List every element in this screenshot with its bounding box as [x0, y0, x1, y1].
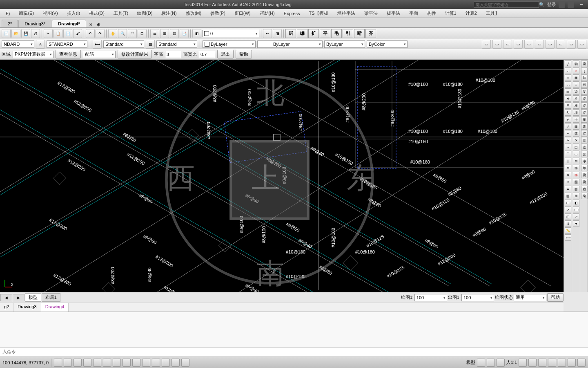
menu-view[interactable]: 视图(V) — [39, 9, 62, 17]
layer-combo[interactable]: 0 — [202, 30, 259, 37]
dtab-d3[interactable]: Drawing3 — [13, 303, 41, 312]
doc-tab-2[interactable]: 2* — [2, 20, 18, 27]
ts2-tool13-icon[interactable]: 连 — [581, 144, 588, 150]
ts-tool11-icon[interactable]: 改 — [573, 130, 579, 137]
textstyle2-combo[interactable]: STANDARD — [47, 40, 87, 48]
menu-edit[interactable]: 编辑(E) — [15, 9, 38, 17]
ts2-tool7-icon[interactable]: 梁 — [581, 102, 588, 109]
ts-tool10-icon[interactable]: ▦ — [573, 123, 579, 130]
tool-move-icon[interactable]: ✥ — [565, 95, 571, 102]
new-icon[interactable]: 📄 — [2, 29, 11, 38]
table-icon[interactable]: ▦ — [146, 40, 155, 49]
ts2-tool11-icon[interactable]: 梁 — [581, 130, 588, 137]
tool-copy-icon[interactable]: ⧉ — [565, 102, 571, 109]
dimstyle-combo[interactable]: Standard — [103, 40, 144, 48]
dtab-g2[interactable]: g2 — [0, 303, 13, 312]
cn-edit[interactable]: 编 — [297, 29, 307, 38]
undo-icon[interactable]: ↶ — [86, 29, 95, 38]
ts2-tool19-icon[interactable]: 虚 — [581, 186, 588, 192]
am-icon[interactable] — [181, 359, 189, 367]
ts2-tool3-icon[interactable]: 轴 — [581, 74, 588, 81]
layer-prev-icon[interactable]: ↩ — [263, 29, 272, 38]
help-icon[interactable] — [568, 1, 574, 8]
cn-break[interactable]: 断 — [354, 29, 365, 38]
dimstyle-icon[interactable]: ⟷ — [93, 40, 102, 49]
doc-tab-drawing4[interactable]: Drawing4* — [52, 20, 86, 27]
command-line[interactable]: 入命令 — [0, 348, 588, 357]
layout-prev[interactable]: ◄ — [0, 294, 12, 301]
tool-palettes-icon[interactable]: ▤ — [170, 29, 179, 38]
search-icon[interactable]: 🔍 — [539, 2, 545, 7]
menu-insert[interactable]: 插入(I) — [63, 9, 84, 17]
ts2-tool2-icon[interactable]: [ — [581, 67, 588, 74]
model-space-label[interactable]: 模型 — [466, 359, 475, 366]
cn-align[interactable]: 齐 — [365, 29, 376, 38]
tool-dim-icon[interactable]: ⟷ — [565, 200, 571, 206]
ts-tool5-icon[interactable]: 梁 — [573, 88, 579, 95]
dyn-icon[interactable] — [132, 359, 140, 367]
ts-tool14-icon[interactable]: ▭ — [573, 151, 579, 157]
layer-mgr-icon[interactable]: ◧ — [192, 29, 201, 38]
doc-tab-new-icon[interactable]: ⊕ — [97, 22, 100, 27]
prop-tool10-icon[interactable]: ▭ — [577, 40, 586, 49]
ts-tool6-icon[interactable]: 柱 — [573, 95, 579, 102]
tool-erase-icon[interactable]: ✕ — [565, 172, 571, 178]
prop-tool7-icon[interactable]: ▭ — [546, 40, 555, 49]
ts-tool24-icon[interactable]: ▼ — [573, 220, 579, 227]
status-tool3-icon[interactable] — [497, 359, 505, 367]
menu-parameter[interactable]: 参数(P) — [206, 9, 229, 17]
match-icon[interactable]: 🖌 — [73, 29, 82, 38]
lwt-icon[interactable] — [142, 359, 150, 367]
ducs-icon[interactable] — [122, 359, 131, 367]
menu-draw[interactable]: 绘图(D) — [133, 9, 156, 17]
ts-tool21-icon[interactable]: ◧ — [573, 200, 579, 206]
redo-icon[interactable]: ↷ — [96, 29, 105, 38]
ts-tool3-icon[interactable]: ▦ — [573, 74, 579, 81]
menu-format[interactable]: 格式(O) — [85, 9, 109, 17]
ts2-tool10-icon[interactable]: 改 — [581, 123, 588, 130]
qp-icon[interactable] — [162, 359, 170, 367]
pan-icon[interactable]: ✋ — [108, 29, 117, 38]
ts2-tool8-icon[interactable]: 梁 — [581, 109, 588, 116]
tool-array-icon[interactable]: ⊞ — [565, 165, 571, 171]
plotstyle-combo[interactable]: ByColor — [367, 40, 408, 48]
ts-tool23-icon[interactable]: ↗ — [573, 213, 579, 220]
properties-icon[interactable]: ☰ — [150, 29, 159, 38]
ts2-tool17-icon[interactable]: 梁 — [581, 172, 588, 178]
zoom-extents-icon[interactable]: ⊡ — [138, 29, 147, 38]
ts2-tool20-icon[interactable]: 绘 — [581, 193, 588, 199]
paste-icon[interactable]: 📄 — [63, 29, 72, 38]
linetype-combo[interactable]: ByLayer — [257, 40, 323, 48]
snap-icon[interactable] — [54, 359, 62, 367]
tool-rect-icon[interactable]: ▭ — [565, 88, 571, 95]
ts-tool19-icon[interactable]: ▨ — [573, 186, 579, 192]
prop-tool5-icon[interactable]: ▭ — [524, 40, 533, 49]
ts-tool8-icon[interactable]: 墙 — [573, 109, 579, 116]
view-info-button[interactable]: 查看信息 — [56, 50, 81, 58]
tool-line-icon[interactable]: ╱ — [565, 61, 571, 67]
ts2-tool14-icon[interactable]: 交 — [581, 151, 588, 157]
ts-tool18-icon[interactable]: 圆 — [573, 179, 579, 185]
drawing-area[interactable]: #12@200 #12@200 #12@200 #8@80 #12@200 #1… — [0, 60, 564, 292]
command-history[interactable] — [0, 312, 588, 348]
status-tool5-icon[interactable] — [528, 359, 537, 367]
prop-tool6-icon[interactable]: ▭ — [535, 40, 544, 49]
tool-fillet-icon[interactable]: ⌒ — [565, 151, 571, 157]
ts2-tool16-icon[interactable]: 单 — [581, 165, 588, 171]
tool-measure-icon[interactable]: 📏 — [565, 227, 571, 234]
save-icon[interactable]: 💾 — [21, 29, 30, 38]
tool-pline-icon[interactable]: ⌐ — [565, 67, 571, 74]
color-combo[interactable]: ByLayer — [203, 40, 256, 48]
ortho-icon[interactable] — [74, 359, 82, 367]
ts-tool7-icon[interactable]: 板 — [573, 102, 579, 109]
cn-hair[interactable]: 毛 — [331, 29, 342, 38]
zoom-window-icon[interactable]: ⬚ — [128, 29, 137, 38]
cn-expand[interactable]: 扩 — [308, 29, 319, 38]
doc-tab-drawing3[interactable]: Drawing3* — [18, 20, 51, 27]
help-button-2[interactable]: 帮助 — [547, 293, 564, 302]
ts2-tool9-icon[interactable]: 接 — [581, 116, 588, 123]
menu-slab[interactable]: 板平法 — [383, 9, 404, 17]
menu-express[interactable]: Express — [280, 10, 304, 17]
dtab-d4[interactable]: Drawing4 — [41, 303, 69, 312]
tool-rotate-icon[interactable]: ↻ — [565, 109, 571, 116]
